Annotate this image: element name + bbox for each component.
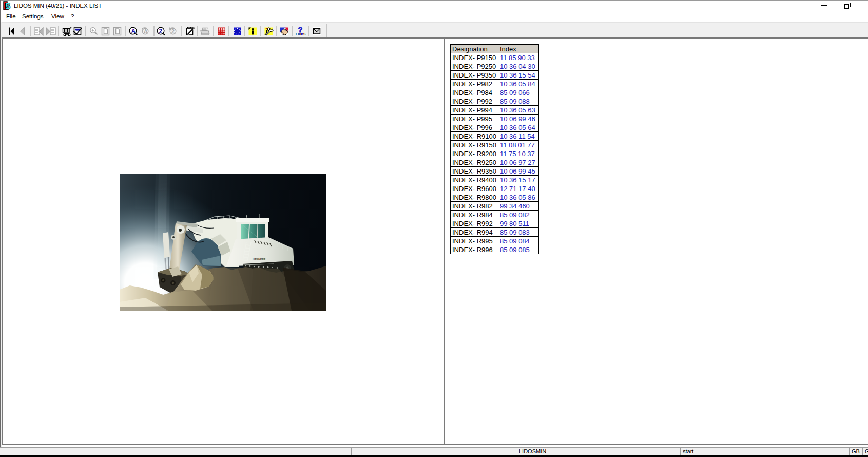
svg-text:2: 2 (159, 28, 163, 35)
svg-text:S: S (303, 32, 306, 36)
svg-text:A: A (131, 28, 136, 35)
svg-text:LID: LID (296, 32, 301, 36)
svg-text:2: 2 (171, 28, 175, 34)
svg-text:A: A (144, 28, 148, 34)
svg-text:5: 5 (6, 2, 10, 11)
svg-text:LIEBHERR: LIEBHERR (253, 258, 266, 261)
